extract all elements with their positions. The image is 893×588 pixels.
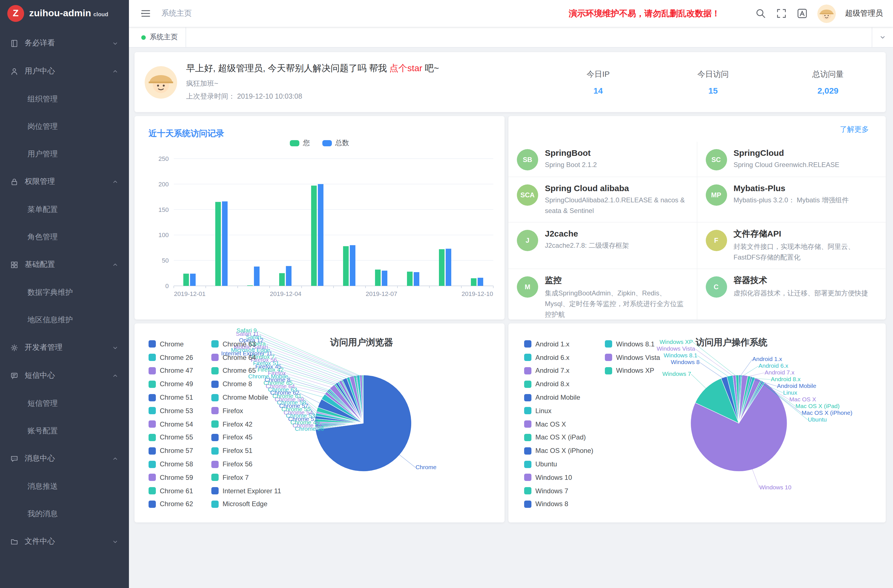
legend-item[interactable]: Firefox 45 (211, 431, 274, 444)
bar-您[interactable] (375, 270, 380, 286)
sidebar-item-base-config[interactable]: 基础配置 (0, 251, 129, 278)
bar-您[interactable] (279, 273, 285, 286)
sidebar-subitem[interactable]: 岗位管理 (0, 113, 129, 140)
bar-您[interactable] (311, 185, 317, 286)
bar-总数[interactable] (446, 249, 451, 286)
sidebar-item-permission[interactable]: 权限管理 (0, 168, 129, 195)
bar-总数[interactable] (254, 266, 260, 286)
bar-总数[interactable] (190, 274, 195, 286)
sidebar-subitem[interactable]: 消息推送 (0, 472, 129, 500)
current-user-name[interactable]: 超级管理员 (845, 8, 883, 18)
legend-item[interactable]: Chrome 47 (149, 364, 211, 377)
legend-item[interactable]: Chrome 62 (149, 498, 211, 511)
sidebar-item-message-center[interactable]: 消息中心 (0, 445, 129, 472)
legend-item[interactable]: Chrome 26 (149, 351, 211, 364)
legend-item[interactable]: Firefox 56 (211, 457, 274, 471)
legend-item[interactable]: Chrome 49 (149, 377, 211, 391)
menu-collapse-icon[interactable] (140, 8, 151, 19)
sidebar-subitem[interactable]: 数据字典维护 (0, 278, 129, 306)
tech-item-sc[interactable]: SCSpringCloudSpring Cloud Greenwich.RELE… (697, 142, 886, 177)
tech-item-m[interactable]: M监控集成SpringBootAdmin、Zipkin、Redis、Mysql、… (508, 269, 697, 319)
legend-item[interactable]: Android 1.x (524, 337, 605, 351)
sidebar-subitem[interactable]: 我的消息 (0, 500, 129, 528)
sidebar-subitem[interactable]: 用户管理 (0, 140, 129, 168)
bar-您[interactable] (407, 272, 413, 286)
bar-您[interactable] (183, 274, 189, 286)
legend-item[interactable]: Chrome 64 (211, 351, 274, 364)
legend-item[interactable]: Chrome 54 (149, 418, 211, 431)
sidebar-subitem[interactable]: 组织管理 (0, 85, 129, 113)
legend-item[interactable]: Chrome Mobile (211, 391, 274, 404)
search-icon[interactable] (755, 8, 766, 19)
legend-item[interactable]: Chrome 53 (149, 404, 211, 418)
legend-item[interactable]: Firefox 7 (211, 471, 274, 484)
sidebar-subitem[interactable]: 地区信息维护 (0, 306, 129, 334)
sidebar-subitem[interactable]: 菜单配置 (0, 195, 129, 223)
legend-item[interactable]: Mac OS X (iPhone) (524, 444, 605, 458)
bar-您[interactable] (343, 246, 349, 286)
bar-总数[interactable] (318, 184, 323, 286)
sidebar-item-file-center[interactable]: 文件中心 (0, 528, 129, 555)
legend-item[interactable]: Windows 10 (524, 471, 605, 484)
bar-总数[interactable] (414, 272, 419, 286)
user-avatar[interactable] (817, 4, 836, 23)
legend-item[interactable]: Android Mobile (524, 391, 605, 404)
legend-item[interactable]: Chrome 65 (211, 364, 274, 377)
legend-item[interactable]: Mac OS X (524, 418, 605, 431)
legend-item[interactable]: Ubuntu (524, 457, 605, 471)
tech-item-j[interactable]: JJ2cacheJ2cache2.7.8: 二级缓存框架 (508, 223, 697, 269)
legend-item[interactable]: Chrome 51 (149, 391, 211, 404)
legend-item[interactable]: Android 7.x (524, 364, 605, 377)
legend-item[interactable]: Linux (524, 404, 605, 418)
logo[interactable]: Z zuihou-admincloud (0, 0, 129, 27)
sidebar-item-sms-center[interactable]: 短信中心 (0, 362, 129, 389)
legend-item[interactable]: Windows 8.1 (605, 337, 686, 351)
legend-item[interactable]: Chrome 63 (211, 337, 274, 351)
legend-item[interactable]: Firefox (211, 404, 274, 418)
legend-item[interactable]: Chrome 58 (149, 457, 211, 471)
bar-总数[interactable] (478, 278, 483, 286)
bar-总数[interactable] (382, 271, 387, 286)
learn-more-link[interactable]: 了解更多 (840, 125, 869, 135)
legend-item[interactable]: Chrome 55 (149, 431, 211, 444)
sidebar-subitem[interactable]: 短信管理 (0, 389, 129, 417)
legend-item[interactable]: Firefox 42 (211, 418, 274, 431)
legend-item[interactable]: Chrome 59 (149, 471, 211, 484)
legend-item[interactable]: Chrome 61 (149, 484, 211, 498)
tab-actions-button[interactable] (872, 27, 893, 47)
legend-item[interactable]: Windows XP (605, 364, 686, 377)
bar-您[interactable] (215, 202, 221, 286)
legend-item[interactable]: Chrome 57 (149, 444, 211, 458)
tech-item-sb[interactable]: SBSpringBootSpring Boot 2.1.2 (508, 142, 697, 177)
legend-item[interactable]: Android 8.x (524, 377, 605, 391)
legend-item[interactable]: Microsoft Edge (211, 498, 274, 511)
sidebar-item-must-read[interactable]: 务必详看 (0, 29, 129, 57)
tech-item-f[interactable]: F文件存储API封装文件接口，实现本地存储、阿里云、FastDFS存储的配置化 (697, 223, 886, 269)
tech-item-c[interactable]: C容器技术虚拟化容器技术，让迁移、部署更加方便快捷 (697, 269, 886, 319)
font-size-icon[interactable] (796, 8, 807, 19)
sidebar-item-developer[interactable]: 开发者管理 (0, 334, 129, 362)
breadcrumb[interactable]: 系统主页 (161, 8, 192, 18)
legend-item[interactable]: Mac OS X (iPad) (524, 431, 605, 444)
sidebar-item-user-center[interactable]: 用户中心 (0, 57, 129, 85)
tech-item-sca[interactable]: SCASpring Cloud alibabaSpringCloudAlibab… (508, 177, 697, 223)
legend-item[interactable]: Chrome (149, 337, 211, 351)
bar-您[interactable] (247, 285, 253, 286)
legend-item[interactable]: Android 6.x (524, 351, 605, 364)
legend-item[interactable]: Windows 7 (524, 484, 605, 498)
tech-item-mp[interactable]: MPMybatis-PlusMybatis-plus 3.2.0： Mybati… (697, 177, 886, 223)
bar-总数[interactable] (350, 245, 355, 286)
sidebar-subitem[interactable]: 账号配置 (0, 417, 129, 445)
legend-item[interactable]: Windows 8 (524, 498, 605, 511)
sidebar-subitem[interactable]: 角色管理 (0, 223, 129, 251)
tab-home[interactable]: 系统主页 (134, 27, 186, 47)
legend-item[interactable]: Firefox 51 (211, 444, 274, 458)
bar-总数[interactable] (222, 202, 228, 286)
star-link[interactable]: 点个star (389, 63, 422, 73)
bar-总数[interactable] (286, 266, 292, 286)
legend-item[interactable]: Chrome 8 (211, 377, 274, 391)
bar-您[interactable] (439, 249, 445, 286)
fullscreen-icon[interactable] (776, 8, 787, 19)
bar-您[interactable] (471, 278, 477, 286)
legend-item[interactable]: Internet Explorer 11 (211, 484, 274, 498)
